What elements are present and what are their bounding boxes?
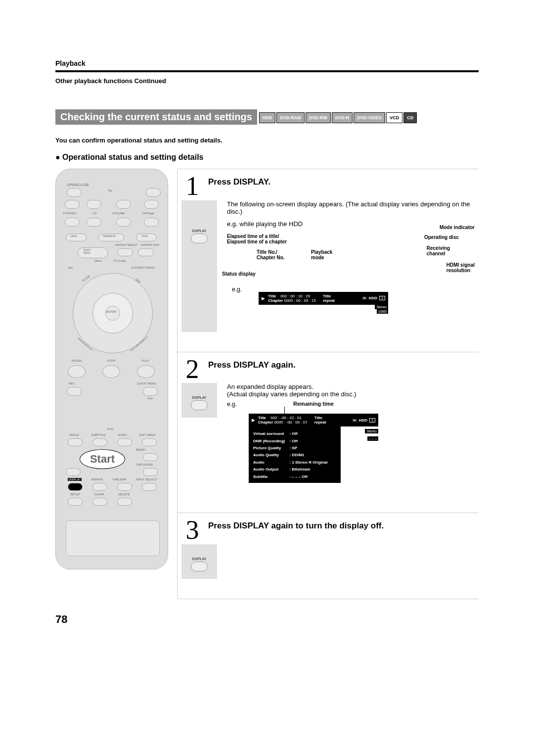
disc-badges: HDD DVD-RAM DVD-RW DVD-R DVD-VIDEO VCD C… xyxy=(259,110,417,125)
display-label-1: DISPLAY xyxy=(181,229,217,233)
step-2-desc-2: (Actual display varies depending on the … xyxy=(227,390,475,398)
display-pill-3 xyxy=(191,562,208,571)
vol-up-button xyxy=(116,200,131,209)
row-angle: ANGLE SUBTITLE AUDIO EDIT MENU xyxy=(63,433,162,436)
remote-column: OPEN/CLOSE TV TV/VIDEO CH VOLUME CH/Page xyxy=(55,169,168,599)
osd1-title-time: 00 : 10 : 29 xyxy=(290,294,310,298)
anno-receiving-ch: Receivingchannel xyxy=(427,245,450,256)
annotation-area: Mode indicator Elapsed time of a title/ … xyxy=(227,228,475,307)
ch-down-button xyxy=(87,218,101,227)
osd1-ch: 3 xyxy=(379,296,385,300)
easy-navi-button xyxy=(78,247,108,258)
step-3-title: Press DISPLAY again to turn the display … xyxy=(208,521,475,531)
inputselect-button xyxy=(142,483,157,491)
subsection-header: Other playback functions Continued xyxy=(55,77,479,85)
label-exit: Exit xyxy=(148,397,153,400)
osd1-res: 1080i xyxy=(377,309,388,314)
display-button-graphic-1: DISPLAY xyxy=(181,200,217,332)
remote-lower-panel xyxy=(66,520,160,556)
label-dvd: DVD xyxy=(142,235,148,237)
osd2-mode2: repeat xyxy=(314,420,326,425)
label-dvd2: DVD xyxy=(107,427,114,430)
setup-button xyxy=(68,498,83,506)
step-1-number: 1 xyxy=(181,174,203,198)
step-2-title: Press DISPLAY again. xyxy=(208,360,475,370)
step-2: 2 Press DISPLAY again. xyxy=(178,352,479,383)
timebar-button xyxy=(117,483,132,491)
osd1-disc: HDD xyxy=(369,296,377,300)
label-subtitle: SUBTITLE xyxy=(91,433,105,436)
label-inputselect: INPUT SELECT xyxy=(136,478,157,481)
label-hdd: HDD xyxy=(71,235,77,237)
osd2-audio: Stereo xyxy=(365,429,378,433)
step-1-body: DISPLAY The following on-screen display … xyxy=(178,200,479,332)
osd2-title-time: -00 : 22 : 01 xyxy=(280,416,302,420)
display-button-graphic-3: DISPLAY xyxy=(181,544,217,579)
label-display: DISPLAY xyxy=(68,478,82,481)
row-buttons-3 xyxy=(63,498,137,506)
label-pause: PAUSE xyxy=(72,359,82,362)
title-row: Checking the current status and settings… xyxy=(55,109,479,125)
anno-eg: e.g. xyxy=(232,286,242,293)
label-chpage: CH/Page xyxy=(142,212,154,215)
display-button-graphic-2: DISPLAY xyxy=(181,383,217,418)
remain-button xyxy=(92,483,107,491)
page-title: Checking the current status and settings xyxy=(55,109,257,125)
osd2-disc: HDD xyxy=(359,418,367,423)
label-open-close: OPEN/CLOSE xyxy=(67,183,89,187)
open-close-button xyxy=(67,188,82,197)
start-callout: Start xyxy=(80,449,125,469)
section-header: Playback xyxy=(55,59,479,67)
label-editmenu: EDIT MENU xyxy=(139,433,156,436)
editmenu-button xyxy=(142,438,157,446)
step-1: 1 Press DISPLAY. xyxy=(178,169,479,200)
page-up-button xyxy=(144,200,159,209)
display-pill-1 xyxy=(191,234,208,243)
label-delete: DELETE xyxy=(118,493,130,496)
pause-button xyxy=(68,365,86,378)
anno-status-display: Status display xyxy=(222,271,256,277)
row-buttons-2 xyxy=(63,483,162,491)
label-timebar: TIME BAR xyxy=(112,478,126,481)
osd-settings-list: Virtual surround: OffDNR (Recording): Of… xyxy=(249,426,341,483)
osd2-chapter-label: Chapter xyxy=(258,420,273,425)
step-2-eg: e.g. xyxy=(227,401,237,408)
osd-display-2: ▶ Title 002 : -00 : 22 : 01 Chapter 0005… xyxy=(249,414,378,426)
anno-mode-indicator: Mode indicator xyxy=(440,225,475,230)
disc-dvdrw: DVD-RW xyxy=(306,112,331,123)
remaining-time-label: Remaining time xyxy=(249,401,378,407)
step-2-body: DISPLAY An expanded display appears. (Ac… xyxy=(178,383,479,483)
label-angle: ANGLE xyxy=(69,433,79,436)
step-1-title: Press DISPLAY. xyxy=(208,177,475,187)
page-down-button xyxy=(144,218,159,227)
disc-hdd: HDD xyxy=(259,112,276,123)
delete-button xyxy=(117,498,132,506)
label-setup: SETUP xyxy=(70,493,80,496)
osd1-mode1: Title xyxy=(323,294,335,298)
disc-dvdr: DVD-R xyxy=(332,112,353,123)
content-column: 1 Press DISPLAY. DISPLAY The following o… xyxy=(177,169,479,599)
label-volume: VOLUME xyxy=(112,212,125,215)
ch-up-button xyxy=(87,200,101,209)
step-3-body: DISPLAY xyxy=(178,544,479,579)
rec-button xyxy=(67,387,82,396)
label-menu: Menu xyxy=(94,259,102,262)
osd1-title-val: 002 : xyxy=(280,294,289,298)
anno-hdmi: HDMI signalresolution xyxy=(446,262,475,273)
step-2-number: 2 xyxy=(181,357,203,381)
subtitle-button xyxy=(92,438,107,446)
osd2-title-label: Title xyxy=(258,416,266,420)
row-setup: SETUP CLEAR DELETE xyxy=(63,493,137,496)
label-chpdivide: CHP DIVIDE xyxy=(136,463,153,466)
intro-text: You can confirm operational status and s… xyxy=(55,137,479,144)
play-button xyxy=(137,365,155,378)
label-clear: CLEAR xyxy=(94,493,104,496)
label-enter: ENTER xyxy=(106,310,116,313)
disc-dvdram: DVD-RAM xyxy=(276,112,305,123)
osd2-chapter-time: -00 : 00 : 07 xyxy=(286,420,308,425)
library-button xyxy=(143,453,158,461)
disc-cd: CD xyxy=(403,112,417,123)
step-3: 3 Press DISPLAY again to turn the displa… xyxy=(178,513,479,544)
anno-playback-mode: Playbackmode xyxy=(311,249,332,260)
label-easy-navi: EASYNAVI xyxy=(84,248,91,254)
